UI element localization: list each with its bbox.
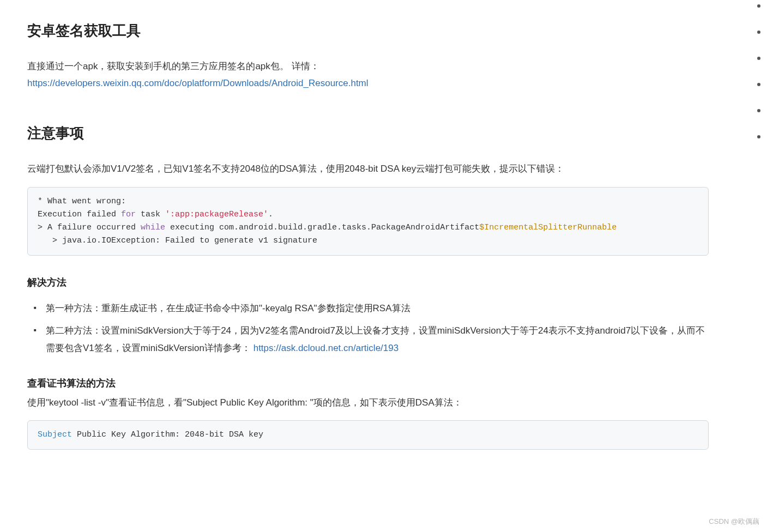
heading-notes: 注意事项 — [27, 121, 709, 145]
dcloud-link[interactable]: https://ask.dcloud.net.cn/article/193 — [253, 343, 399, 353]
check-intro: 使用"keytool -list -v"查看证书信息，看"Subject Pub… — [27, 395, 709, 411]
article-content: 安卓签名获取工具 直接通过一个apk，获取安装到手机的第三方应用签名的apk包。… — [27, 19, 709, 450]
nav-dot[interactable] — [757, 109, 760, 112]
heading-tool: 安卓签名获取工具 — [27, 19, 709, 43]
list-item: 第一种方法：重新生成证书，在生成证书命令中添加"-keyalg RSA"参数指定… — [46, 300, 709, 317]
heading-check-algo: 查看证书算法的方法 — [27, 375, 709, 392]
algo-code-block: Subject Public Key Algorithm: 2048-bit D… — [27, 420, 709, 450]
nav-dot[interactable] — [757, 135, 760, 138]
notes-intro: 云端打包默认会添加V1/V2签名，已知V1签名不支持2048位的DSA算法，使用… — [27, 161, 709, 177]
tool-link-line: https://developers.weixin.qq.com/doc/opl… — [27, 76, 709, 92]
nav-dot[interactable] — [757, 4, 760, 8]
solution-list: 第一种方法：重新生成证书，在生成证书命令中添加"-keyalg RSA"参数指定… — [27, 300, 709, 356]
code-string: ':app:packageRelease' — [165, 210, 268, 219]
code-text: task — [136, 210, 165, 219]
code-variable: $IncrementalSplitterRunnable — [479, 223, 617, 232]
code-keyword: while — [141, 223, 165, 232]
page-nav-dots — [757, 4, 760, 138]
code-text: Public Key Algorithm: 2048-bit DSA key — [72, 430, 263, 439]
code-text: > A failure occurred — [38, 223, 141, 232]
code-text: Execution failed — [38, 210, 121, 219]
code-text: * What went wrong: — [38, 197, 126, 206]
tool-intro: 直接通过一个apk，获取安装到手机的第三方应用签名的apk包。 详情： — [27, 59, 709, 75]
error-code-block: * What went wrong: Execution failed for … — [27, 187, 709, 256]
code-keyword: for — [121, 210, 136, 219]
weixin-link[interactable]: https://developers.weixin.qq.com/doc/opl… — [27, 78, 369, 88]
code-text: executing com.android.build.gradle.tasks… — [165, 223, 479, 232]
list-item: 第二种方法：设置miniSdkVersion大于等于24，因为V2签名需Andr… — [46, 322, 709, 356]
nav-dot[interactable] — [757, 83, 760, 86]
code-text: > java.io.IOException: Failed to generat… — [38, 236, 317, 245]
nav-dot[interactable] — [757, 57, 760, 60]
nav-dot[interactable] — [757, 31, 760, 34]
code-text: . — [268, 210, 273, 219]
code-keyword: Subject — [38, 430, 72, 439]
heading-solution: 解决方法 — [27, 274, 709, 291]
